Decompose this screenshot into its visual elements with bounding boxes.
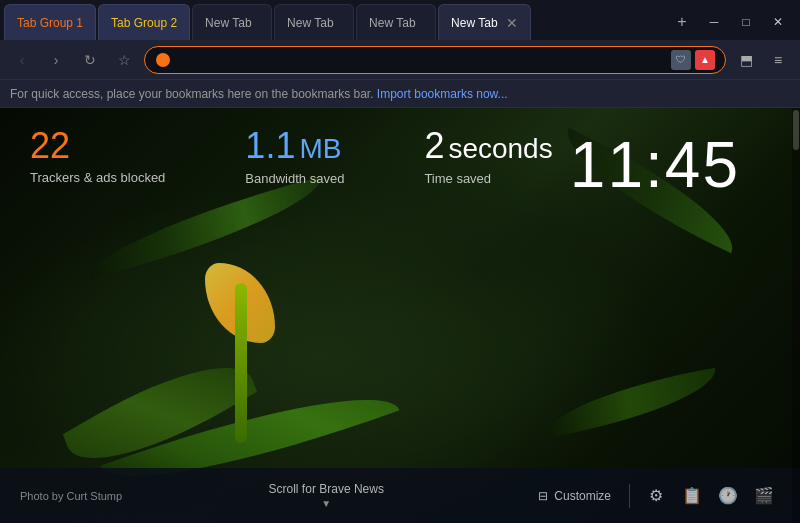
address-bar[interactable]: 🛡 ▲ (144, 46, 726, 74)
time-stat: 2 seconds Time saved (424, 128, 552, 186)
media-button[interactable]: 🎬 (748, 480, 780, 512)
tab-2[interactable]: New Tab (274, 4, 354, 40)
scroll-down-icon: ▼ (321, 498, 331, 509)
plant-center (200, 263, 280, 443)
scrollbar-track[interactable] (792, 108, 800, 523)
main-content: 22 Trackers & ads blocked 1.1 MB Bandwid… (0, 108, 800, 523)
address-input[interactable] (177, 53, 665, 67)
tab-1[interactable]: New Tab (192, 4, 272, 40)
tab-1-label: New Tab (205, 16, 251, 30)
time-value: 2 (424, 128, 444, 164)
bandwidth-stat: 1.1 MB Bandwidth saved (245, 128, 344, 186)
new-tab-button[interactable]: + (668, 8, 696, 36)
scroll-section[interactable]: Scroll for Brave News ▼ (122, 482, 530, 509)
rewards-icon: 📋 (682, 486, 702, 505)
history-button[interactable]: 🕐 (712, 480, 744, 512)
bookmark-bar-message: For quick access, place your bookmarks h… (10, 87, 374, 101)
settings-button[interactable]: ⚙ (640, 480, 672, 512)
tab-3-label: New Tab (369, 16, 415, 30)
bandwidth-unit: MB (299, 133, 341, 165)
close-window-button[interactable]: ✕ (764, 8, 792, 36)
bandwidth-value: 1.1 (245, 128, 295, 164)
back-icon: ‹ (20, 52, 25, 68)
bookmark-icon: ☆ (118, 52, 131, 68)
bottom-bar: Photo by Curt Stump Scroll for Brave New… (0, 468, 800, 523)
media-icon: 🎬 (754, 486, 774, 505)
alert-icon[interactable]: ▲ (695, 50, 715, 70)
scroll-label: Scroll for Brave News (269, 482, 384, 496)
trackers-stat: 22 Trackers & ads blocked (30, 128, 165, 185)
import-bookmarks-link[interactable]: Import bookmarks now... (377, 87, 508, 101)
divider (629, 484, 630, 508)
trackers-label: Trackers & ads blocked (30, 170, 165, 185)
maximize-button[interactable]: □ (732, 8, 760, 36)
cast-button[interactable]: ⬒ (732, 46, 760, 74)
time-label: Time saved (424, 171, 491, 186)
photo-credit: Photo by Curt Stump (20, 490, 122, 502)
back-button[interactable]: ‹ (8, 46, 36, 74)
photo-credit-text: Photo by (20, 490, 63, 502)
forward-button[interactable]: › (42, 46, 70, 74)
favicon (155, 52, 171, 68)
tab-group-2-label: Tab Group 2 (111, 16, 177, 30)
shield-icon[interactable]: 🛡 (671, 50, 691, 70)
scrollbar-thumb[interactable] (793, 110, 799, 150)
tab-3[interactable]: New Tab (356, 4, 436, 40)
customize-label: Customize (554, 489, 611, 503)
reload-button[interactable]: ↻ (76, 46, 104, 74)
tab-group-1[interactable]: Tab Group 1 (4, 4, 96, 40)
bandwidth-label: Bandwidth saved (245, 171, 344, 186)
tab-actions: + ─ □ ✕ (668, 4, 800, 40)
history-icon: 🕐 (718, 486, 738, 505)
time-unit: seconds (448, 133, 552, 165)
cast-icon: ⬒ (740, 52, 753, 68)
tab-bar: Tab Group 1 Tab Group 2 New Tab New Tab … (0, 0, 800, 40)
trackers-value: 22 (30, 128, 70, 164)
close-tab-icon[interactable]: ✕ (506, 15, 518, 31)
photographer-name: Curt Stump (66, 490, 122, 502)
bookmark-bar: For quick access, place your bookmarks h… (0, 80, 800, 108)
minimize-button[interactable]: ─ (700, 8, 728, 36)
rewards-button[interactable]: 📋 (676, 480, 708, 512)
tab-2-label: New Tab (287, 16, 333, 30)
customize-icon: ⊟ (538, 489, 548, 503)
reload-icon: ↻ (84, 52, 96, 68)
time-value-row: 2 seconds (424, 128, 552, 165)
bookmark-button[interactable]: ☆ (110, 46, 138, 74)
tab-group-2[interactable]: Tab Group 2 (98, 4, 190, 40)
menu-icon: ≡ (774, 52, 782, 68)
toolbar: ‹ › ↻ ☆ 🛡 ▲ ⬒ ≡ (0, 40, 800, 80)
tab-active[interactable]: New Tab ✕ (438, 4, 530, 40)
forward-icon: › (54, 52, 59, 68)
tab-group-1-label: Tab Group 1 (17, 16, 83, 30)
stats-overlay: 22 Trackers & ads blocked 1.1 MB Bandwid… (30, 128, 553, 186)
plant-stalk (235, 283, 247, 443)
customize-button[interactable]: ⊟ Customize (530, 485, 619, 507)
menu-button[interactable]: ≡ (764, 46, 792, 74)
bottom-actions: ⊟ Customize ⚙ 📋 🕐 🎬 (530, 480, 780, 512)
toolbar-right: ⬒ ≡ (732, 46, 792, 74)
clock: 11:45 (570, 128, 740, 202)
settings-icon: ⚙ (649, 486, 663, 505)
favicon-circle (156, 53, 170, 67)
bandwidth-value-row: 1.1 MB (245, 128, 341, 165)
tab-active-label: New Tab (451, 16, 497, 30)
address-icons: 🛡 ▲ (671, 50, 715, 70)
